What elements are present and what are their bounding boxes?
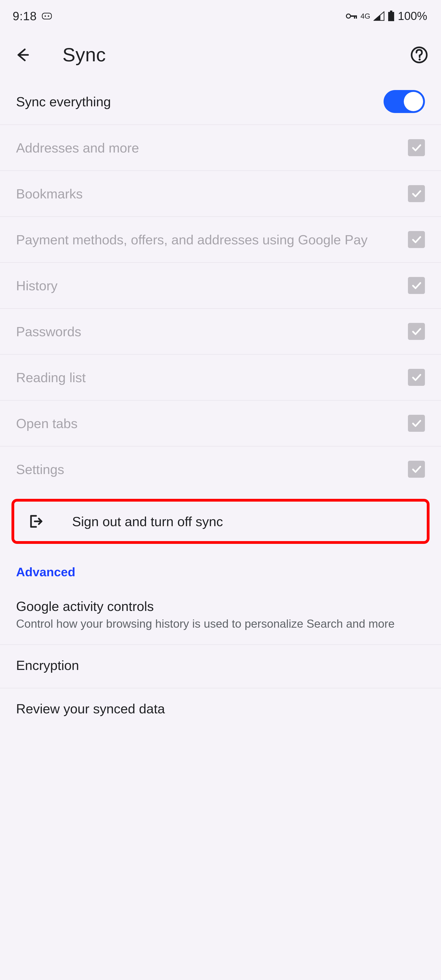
checkbox-icon <box>408 185 425 202</box>
review-synced-data-row[interactable]: Review your synced data <box>0 688 441 731</box>
row-title: Google activity controls <box>16 598 425 614</box>
row-subtitle: Control how your browsing history is use… <box>16 616 425 632</box>
svg-rect-4 <box>350 15 357 17</box>
sim-icon <box>42 13 52 19</box>
checkbox-icon <box>408 461 425 478</box>
svg-point-3 <box>346 14 350 18</box>
sync-everything-label: Sync everything <box>16 94 111 109</box>
sync-item-history[interactable]: History <box>0 263 441 309</box>
status-bar: 9:18 4G 100% <box>0 0 441 27</box>
back-button[interactable] <box>14 47 30 63</box>
signal-icon <box>374 11 385 21</box>
advanced-header: Advanced <box>0 552 441 581</box>
item-label: Passwords <box>16 324 91 339</box>
sync-item-payment[interactable]: Payment methods, offers, and addresses u… <box>0 217 441 263</box>
page-title: Sync <box>62 44 410 66</box>
encryption-row[interactable]: Encryption <box>0 645 441 688</box>
row-title: Review your synced data <box>16 701 425 716</box>
sign-out-button[interactable]: Sign out and turn off sync <box>11 499 430 544</box>
item-label: Settings <box>16 461 73 477</box>
checkbox-icon <box>408 231 425 248</box>
sync-item-addresses[interactable]: Addresses and more <box>0 125 441 171</box>
help-button[interactable] <box>410 46 428 64</box>
sync-item-settings[interactable]: Settings <box>0 447 441 492</box>
sync-item-readinglist[interactable]: Reading list <box>0 355 441 401</box>
svg-rect-6 <box>356 15 357 19</box>
google-activity-controls-row[interactable]: Google activity controls Control how you… <box>0 581 441 645</box>
checkbox-icon <box>408 323 425 340</box>
svg-rect-5 <box>354 15 355 19</box>
sync-everything-toggle[interactable] <box>384 90 425 113</box>
checkbox-icon <box>408 369 425 386</box>
sign-out-label: Sign out and turn off sync <box>72 514 223 529</box>
svg-rect-7 <box>390 11 392 12</box>
checkbox-icon <box>408 415 425 432</box>
network-label: 4G <box>360 12 370 21</box>
svg-rect-0 <box>42 13 51 19</box>
vpn-icon <box>345 13 357 19</box>
svg-point-1 <box>45 15 46 17</box>
item-label: History <box>16 278 67 293</box>
sync-item-bookmarks[interactable]: Bookmarks <box>0 171 441 217</box>
item-label: Open tabs <box>16 416 87 431</box>
checkbox-icon <box>408 277 425 294</box>
item-label: Reading list <box>16 370 95 385</box>
status-time: 9:18 <box>13 9 37 23</box>
item-label: Addresses and more <box>16 140 148 156</box>
sync-item-passwords[interactable]: Passwords <box>0 309 441 355</box>
svg-point-11 <box>419 58 421 60</box>
item-label: Bookmarks <box>16 186 92 201</box>
row-title: Encryption <box>16 657 425 673</box>
app-bar: Sync <box>0 27 441 82</box>
sync-item-opentabs[interactable]: Open tabs <box>0 401 441 447</box>
sync-everything-row[interactable]: Sync everything <box>0 82 441 125</box>
battery-pct: 100% <box>398 10 427 23</box>
svg-point-2 <box>48 15 49 17</box>
checkbox-icon <box>408 139 425 156</box>
item-label: Payment methods, offers, and addresses u… <box>16 232 377 247</box>
battery-icon <box>388 11 395 22</box>
sign-out-icon <box>27 513 43 530</box>
svg-rect-8 <box>388 12 394 21</box>
